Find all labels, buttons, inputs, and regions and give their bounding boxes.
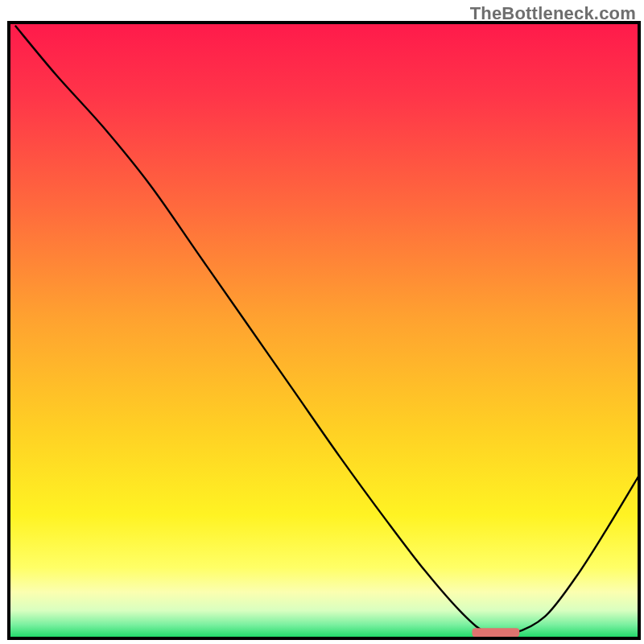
- chart-stage: TheBottleneck.com: [0, 0, 644, 644]
- plot-area: [9, 23, 639, 638]
- bottleneck-chart: [0, 0, 644, 644]
- min-marker: [473, 628, 520, 637]
- gradient-background: [9, 23, 639, 638]
- watermark-text: TheBottleneck.com: [470, 3, 636, 24]
